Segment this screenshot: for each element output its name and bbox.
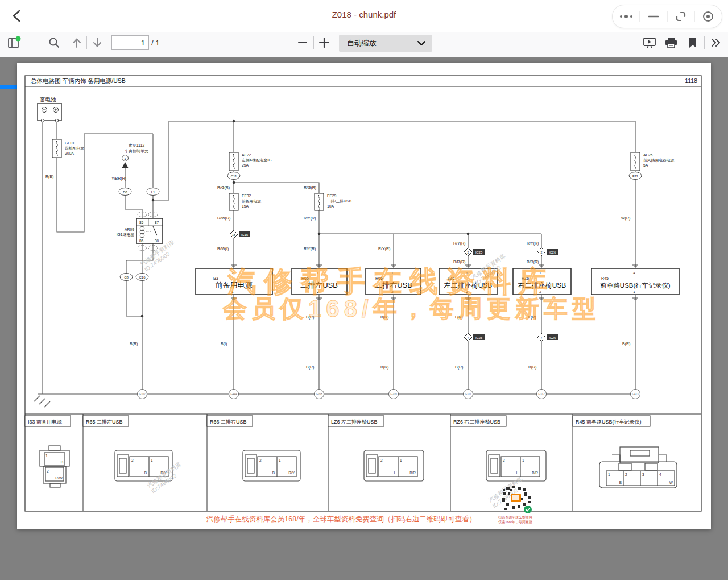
fuse-amp: 25A xyxy=(242,163,249,167)
qr-check-badge xyxy=(524,506,532,513)
box-id: I33 xyxy=(213,276,218,280)
diamond-pin: 2 xyxy=(468,251,469,254)
diamond-pin: 2 xyxy=(541,251,543,254)
fuse-id: AF25 xyxy=(643,153,652,157)
box-id: R45 xyxy=(601,276,609,280)
maximize-button[interactable] xyxy=(668,5,694,28)
diamond-tag: IC26 xyxy=(549,336,556,339)
minimize-button[interactable] xyxy=(640,5,667,28)
section-header: R45 前单路USB(行车记录仪) xyxy=(576,419,642,425)
diamond-tag: IC15 xyxy=(241,233,248,237)
wire-label: R/Y(R) xyxy=(453,241,465,246)
wire-label: B(R) xyxy=(622,342,630,346)
fuse-id: GF01 xyxy=(65,141,75,145)
section-header: R65 二排左USB xyxy=(86,419,123,425)
fuse-amp: 10A xyxy=(327,204,334,208)
printer-icon xyxy=(665,37,677,48)
plus-icon xyxy=(319,38,329,48)
pin-wire: B xyxy=(272,471,275,475)
pin-number: 4 xyxy=(659,473,661,477)
connector-drawing-i33 xyxy=(40,446,69,487)
wire-label: B(R) xyxy=(455,365,463,370)
pin-wire: R/W xyxy=(55,476,63,480)
pin-number: 1 xyxy=(400,458,402,462)
fuse-amp: 15A xyxy=(242,204,249,208)
close-record-button[interactable] xyxy=(695,5,722,28)
fuse-name: 前风挡用电器电源 xyxy=(643,158,675,163)
promo-watermark: 汽修帮手在线资料库 会员仅168/年，每周更新车型 xyxy=(222,266,601,322)
wire-label: R/Y(R) xyxy=(378,247,390,251)
search-button[interactable] xyxy=(46,32,63,53)
presentation-mode-button[interactable] xyxy=(642,32,657,53)
ground-symbol xyxy=(34,396,50,407)
ground-label: G208 xyxy=(316,393,322,396)
zoom-level-select[interactable]: 自动缩放 xyxy=(339,35,432,52)
pin-wire: W xyxy=(669,480,673,484)
wire-label: R/Y(R) xyxy=(527,241,539,246)
pin-wire: B xyxy=(144,471,147,475)
fuse-af25: AF25 前风挡用电器电源 5A xyxy=(631,152,675,171)
wire-lines xyxy=(38,121,635,394)
pin-number: 1 xyxy=(279,458,281,462)
fuse-id: AF22 xyxy=(242,153,251,157)
relay-pin: 30 xyxy=(155,239,159,243)
pin-number: 2 xyxy=(625,473,627,477)
watermark-line1: 汽修帮手在线资料库 xyxy=(227,266,555,297)
diamond-tag: IC25 xyxy=(475,251,482,254)
wire-label: R/G(R) xyxy=(217,185,230,190)
connector-oval-label: F11 xyxy=(632,175,639,178)
pin-number: 1 xyxy=(608,473,610,477)
zoom-in-button[interactable] xyxy=(316,32,332,53)
section-header: LZ6 左二排座椅USB xyxy=(331,419,378,425)
pin-number: 1 xyxy=(151,458,153,462)
pin-number: 2 xyxy=(259,458,262,462)
fuse-ef29: EF29 二排/三排USB 10A xyxy=(315,193,352,210)
pin-wire: B xyxy=(61,460,63,464)
pdf-toolbar: / 1 自动缩放 xyxy=(0,32,728,57)
wire-label: R(E) xyxy=(46,175,53,179)
more-tools-button[interactable] xyxy=(708,32,725,53)
relay-pin: 85 xyxy=(139,221,144,225)
relay-pin: 86 xyxy=(139,239,144,243)
relay-pin: 87 xyxy=(155,221,159,225)
minimize-icon xyxy=(648,15,659,18)
chevron-down-icon xyxy=(414,40,429,46)
fuse-name: 前备用电源 xyxy=(242,199,261,204)
page-number-input[interactable] xyxy=(111,35,149,50)
pin-number: 2 xyxy=(131,458,134,462)
ground-label: G413 xyxy=(632,393,639,396)
bookmark-button[interactable] xyxy=(685,32,701,53)
previous-page-button[interactable] xyxy=(68,32,85,53)
more-options-button[interactable] xyxy=(613,5,639,28)
connector-drawing-r66 xyxy=(243,450,300,481)
fuse-id: EF32 xyxy=(242,194,251,198)
presentation-icon xyxy=(643,37,656,48)
reference-arrow: 参见1112 车身控制单元 1 xyxy=(122,143,148,168)
zoom-level-label: 自动缩放 xyxy=(339,38,414,48)
pin-number: 1 xyxy=(522,458,524,462)
wire-label: W(R) xyxy=(621,216,630,221)
fuse-amp: 5A xyxy=(643,163,648,167)
double-chevron-right-icon xyxy=(710,38,722,47)
pdf-page: 总体电路图 车辆内饰 备用电源/USB 1118 蓄电池 xyxy=(17,63,711,529)
fuse-gf01: GF01 前舱配电盒 200A xyxy=(52,139,84,158)
next-page-button[interactable] xyxy=(89,32,106,53)
print-button[interactable] xyxy=(663,32,679,53)
connector-drawing-lz6 xyxy=(364,450,424,481)
pin-wire: B xyxy=(619,480,622,484)
fuse-ef32: EF32 前备用电源 15A xyxy=(229,193,261,210)
search-icon xyxy=(48,37,60,48)
wire-label: B(R) xyxy=(380,365,388,370)
ground-label: G312 xyxy=(538,393,545,396)
connector-drawing-r45 xyxy=(599,447,677,488)
watermark-line2: 会员仅168/年，每周更新车型 xyxy=(222,295,601,322)
reference-text: 车身控制单元 xyxy=(125,149,148,154)
sidebar-toggle-button[interactable] xyxy=(6,32,23,53)
zoom-out-button[interactable] xyxy=(295,32,311,53)
restore-icon xyxy=(675,11,686,22)
fuse-name: 二排/三排USB xyxy=(327,199,352,203)
wire-label: R/Y(R) xyxy=(304,216,316,221)
pin-wire: B/R xyxy=(410,471,416,475)
connector-drawing-rz6 xyxy=(486,450,546,481)
fuse-id: EF29 xyxy=(327,194,336,198)
